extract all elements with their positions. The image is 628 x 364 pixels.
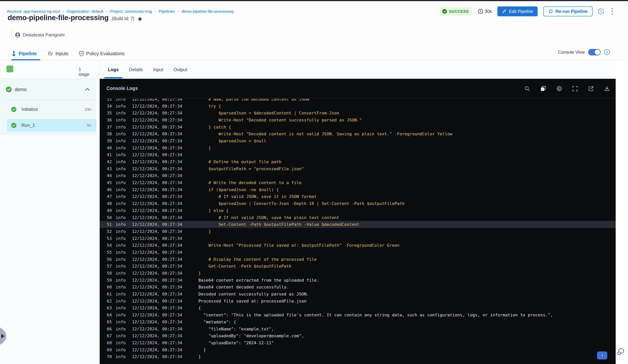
log-line-number: 45 <box>107 180 112 185</box>
log-timestamp: 12/12/2024, 00:27:34 <box>132 111 182 115</box>
log-line-number: 40 <box>107 146 112 150</box>
log-level: info <box>116 194 126 199</box>
fullscreen-icon[interactable] <box>571 84 579 93</box>
log-line-number: 48 <box>107 201 112 206</box>
author-name: Debabrata Panigrahi <box>23 32 65 38</box>
console-header: Console Logs <box>100 79 616 98</box>
download-icon[interactable] <box>603 84 611 93</box>
log-timestamp: 12/12/2024, 00:27:34 <box>132 327 182 331</box>
log-level: info <box>116 173 126 178</box>
log-line: 42info12/12/2024, 00:27:34 # Define the … <box>100 158 616 165</box>
log-level: info <box>116 348 126 352</box>
scroll-to-top-button[interactable]: ↑ <box>597 352 607 360</box>
log-timestamp: 12/12/2024, 00:27:34 <box>132 257 182 262</box>
breadcrumb-organization[interactable]: Organization: default <box>67 9 103 14</box>
tab-pipeline[interactable]: Pipeline <box>11 51 37 56</box>
breadcrumb-current-pipeline[interactable]: demo-pipeline-file-processing <box>181 9 234 14</box>
step-row-run-1[interactable]: Run_1 5s <box>7 119 96 132</box>
chevron-up-icon[interactable] <box>85 88 90 91</box>
log-timestamp: 12/12/2024, 00:27:34 <box>132 180 182 185</box>
log-timestamp: 12/12/2024, 00:27:34 <box>132 222 182 227</box>
open-in-new-icon[interactable] <box>587 84 595 93</box>
breadcrumb-pipelines[interactable]: Pipelines <box>158 9 175 14</box>
log-line-number: 44 <box>107 173 112 178</box>
log-text: # Define the output file path <box>198 159 281 164</box>
log-timestamp: 12/12/2024, 00:27:34 <box>132 132 182 136</box>
log-level: info <box>116 271 126 276</box>
rerun-info-icon[interactable]: i <box>598 8 604 14</box>
log-level: info <box>116 222 126 227</box>
step-name: Initialize <box>21 107 85 112</box>
console-view-toggle[interactable] <box>588 49 601 55</box>
execution-diamond-icon: ◈ <box>138 15 142 22</box>
log-line: 52info12/12/2024, 00:27:34 } <box>100 228 616 235</box>
console-log-area[interactable]: 33info12/12/2024, 00:27:34 # Now, parse … <box>100 99 616 364</box>
page-header: Account: app-harness-ng-cicd › Organizat… <box>0 1 628 60</box>
log-text: if ($parsedJson -ne $null) { <box>198 187 279 192</box>
help-chat-icon[interactable] <box>616 347 626 357</box>
edit-pipeline-button[interactable]: Edit Pipeline <box>497 6 538 16</box>
settings-gear-icon[interactable] <box>555 84 563 93</box>
author-block: Debabrata Panigrahi <box>11 29 65 41</box>
log-line-number: 55 <box>107 250 112 255</box>
log-line: 43info12/12/2024, 00:27:34 $outputFilePa… <box>100 165 616 172</box>
log-text: # If valid JSON, save it in JSON format <box>198 194 317 199</box>
log-text: Write-Host "Decoded content is not valid… <box>198 132 452 136</box>
log-timestamp: 12/12/2024, 00:27:34 <box>132 236 182 241</box>
step-row-initialize[interactable]: Initialize 23s <box>7 103 96 116</box>
log-line: 37info12/12/2024, 00:27:34 } catch { <box>100 124 616 131</box>
step-duration: 23s <box>85 107 91 112</box>
search-icon[interactable] <box>523 84 531 93</box>
log-level: info <box>116 111 126 115</box>
expand-arrow-icon <box>1 334 4 338</box>
log-text: # Display the content of the processed f… <box>198 257 317 262</box>
breadcrumb-project[interactable]: Project: community-eng <box>110 9 152 14</box>
console-view-control: Console View i <box>558 49 610 55</box>
user-avatar-icon <box>15 32 20 38</box>
log-text: Base64 content decoded successfully. <box>198 285 289 290</box>
console-panel: Console Logs <box>100 79 616 364</box>
log-level: info <box>116 201 126 206</box>
stage-status-square[interactable] <box>6 66 13 72</box>
stage-row-demo[interactable]: demo <box>0 79 96 100</box>
tab-details[interactable]: Details <box>129 67 143 72</box>
pipeline-icon <box>11 51 16 56</box>
log-timestamp: 12/12/2024, 00:27:34 <box>132 187 182 192</box>
log-level: info <box>116 278 126 283</box>
log-level: info <box>116 257 126 262</box>
log-line: 53info12/12/2024, 00:27:34 <box>100 235 616 242</box>
tab-output[interactable]: Output <box>173 67 187 72</box>
step-name: Run_1 <box>21 123 87 128</box>
log-text: "metadata": { <box>198 320 236 324</box>
log-line: 64info12/12/2024, 00:27:34 "content": "T… <box>100 311 616 318</box>
log-level: info <box>116 341 126 345</box>
log-text: # If not valid JSON, save the plain text… <box>198 215 339 220</box>
step-success-check-icon <box>11 107 16 112</box>
log-line: 46info12/12/2024, 00:27:34 if ($parsedJs… <box>100 186 616 193</box>
tab-policy-evaluations[interactable]: Policy Evaluations <box>79 51 125 56</box>
log-line: 40info12/12/2024, 00:27:34 } <box>100 145 616 151</box>
log-line-number: 39 <box>107 139 112 143</box>
tab-input[interactable]: Input <box>153 67 163 72</box>
log-level: info <box>116 159 126 164</box>
copy-icon[interactable] <box>539 84 547 93</box>
tab-logs[interactable]: Logs <box>108 67 119 72</box>
log-level: info <box>116 236 126 241</box>
log-text: Write-Host "Processed file saved at: $ou… <box>198 243 400 248</box>
stage-panel: demo Initialize 23s Run_1 5s <box>0 79 96 134</box>
log-line-number: 61 <box>107 292 112 296</box>
console-view-label: Console View <box>558 50 585 55</box>
log-line-number: 68 <box>107 341 112 345</box>
log-line: 36info12/12/2024, 00:27:34 Write-Host "D… <box>100 117 616 124</box>
breadcrumb-account[interactable]: Account: app-harness-ng-cicd <box>7 9 60 14</box>
log-level: info <box>116 327 126 331</box>
log-line-number: 66 <box>107 327 112 331</box>
log-line: 41info12/12/2024, 00:27:34 <box>100 151 616 158</box>
tab-inputs[interactable]: Inputs <box>47 51 68 56</box>
console-view-info-icon[interactable]: i <box>604 49 610 55</box>
log-text: "fileName": "example.txt", <box>198 327 274 331</box>
log-line: 65info12/12/2024, 00:27:34 "metadata": { <box>100 318 616 325</box>
breadcrumb-separator: › <box>106 9 107 14</box>
rerun-pipeline-button[interactable]: Re-run Pipeline <box>543 6 593 16</box>
kebab-menu-icon[interactable] <box>610 7 615 16</box>
